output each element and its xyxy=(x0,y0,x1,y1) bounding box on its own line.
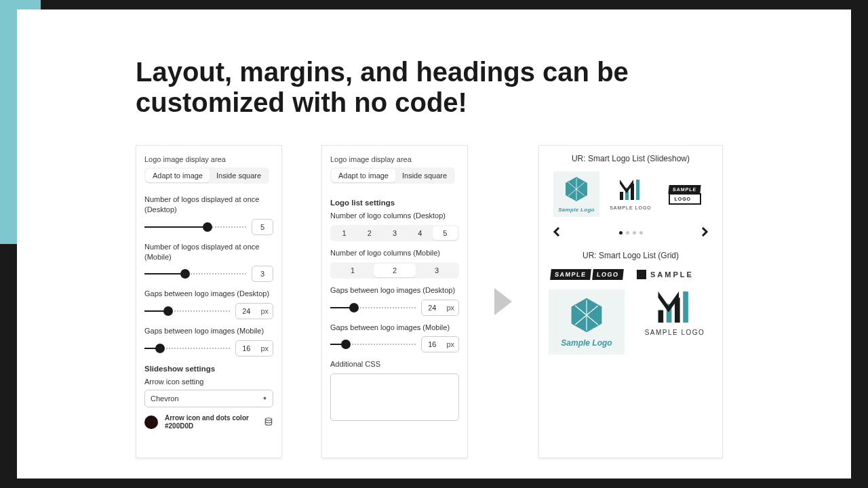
cols-mobile-seg[interactable]: 1 2 3 xyxy=(330,262,459,279)
num-desktop-input[interactable]: 5 xyxy=(252,219,273,235)
settings-panel-grid: Logo image display area Adapt to image I… xyxy=(321,145,468,458)
num-mobile-input[interactable]: 3 xyxy=(252,266,273,282)
select-chevron-icon: ▲▼ xyxy=(262,398,267,399)
additional-css-textarea[interactable] xyxy=(330,373,459,421)
settings-panel-slideshow: Logo image display area Adapt to image I… xyxy=(136,145,282,458)
svg-rect-18 xyxy=(683,291,688,323)
num-desktop-slider[interactable] xyxy=(144,222,246,232)
bars-m-logo-icon xyxy=(654,289,696,325)
color-stack-icon[interactable] xyxy=(264,417,273,428)
slideshow-logo-row: Sample Logo SAMPLE LOGO SAMPLE L xyxy=(549,171,713,217)
slideshow-settings-heading: Slideshow settings xyxy=(144,365,273,373)
num-mobile-slider[interactable] xyxy=(144,269,246,279)
grid-logo-3-text: Sample Logo xyxy=(561,338,612,348)
display-area-label: Logo image display area xyxy=(144,155,273,163)
content-card: Layout, margins, and headings can be cus… xyxy=(17,9,851,479)
panels-row: Logo image display area Adapt to image I… xyxy=(136,145,749,458)
preview-panel: UR: Smart Logo List (Slideshow) Sample L… xyxy=(538,145,723,458)
slideshow-logo-3[interactable]: SAMPLE LOGO xyxy=(662,184,708,205)
gap-mobile-slider[interactable] xyxy=(144,344,230,353)
square-icon xyxy=(637,270,646,279)
slideshow-dot-3[interactable] xyxy=(633,231,636,235)
gap-mobile-input[interactable]: 16 px xyxy=(235,340,273,357)
gap-desktop-slider[interactable] xyxy=(144,306,230,316)
grid-preview-title: UR: Smart Logo List (Grid) xyxy=(549,251,713,260)
additional-css-label: Additional CSS xyxy=(330,359,459,369)
slideshow-next-button[interactable] xyxy=(699,226,710,239)
cols-desktop-3[interactable]: 3 xyxy=(382,226,407,240)
num-mobile-label: Number of logos displayed at once (Mobil… xyxy=(144,242,273,262)
display-area-segmented-2[interactable]: Adapt to image Inside square xyxy=(330,167,455,184)
color-swatch[interactable] xyxy=(144,415,158,429)
cols-desktop-1[interactable]: 1 xyxy=(332,226,357,240)
hexagon-logo-icon xyxy=(563,176,590,203)
cols-desktop-2[interactable]: 2 xyxy=(357,226,382,240)
slideshow-logo-2[interactable]: SAMPLE LOGO xyxy=(608,178,654,210)
gap-desktop-label-2: Gaps between logo images (Desktop) xyxy=(330,285,459,296)
cols-mobile-1[interactable]: 1 xyxy=(332,264,374,277)
svg-rect-9 xyxy=(636,180,639,200)
slideshow-dot-4[interactable] xyxy=(639,231,643,235)
arrow-icon-label: Arrow icon setting xyxy=(144,377,273,387)
cols-desktop-seg[interactable]: 1 2 3 4 5 xyxy=(330,225,459,241)
arrow-icon-select[interactable]: Chevron ▲▼ xyxy=(144,390,273,407)
slideshow-logo-1[interactable]: Sample Logo xyxy=(553,171,599,217)
slideshow-preview-title: UR: Smart Logo List (Slideshow) xyxy=(549,154,713,163)
gap-desktop-slider-2[interactable] xyxy=(330,303,416,312)
num-desktop-label: Number of logos displayed at once (Deskt… xyxy=(144,195,273,215)
slideshow-prev-button[interactable] xyxy=(551,226,562,239)
gap-mobile-label: Gaps between logo images (Mobile) xyxy=(144,326,273,336)
cols-desktop-5[interactable]: 5 xyxy=(433,226,458,240)
grid-logo-4[interactable]: SAMPLE LOGO xyxy=(637,289,713,354)
slideshow-nav xyxy=(551,226,710,239)
display-area-segmented[interactable]: Adapt to image Inside square xyxy=(144,167,269,184)
sample-logo-badge-icon: SAMPLE LOGO xyxy=(669,184,701,205)
sample-logo-badge-dark-icon: SAMPLE LOGO xyxy=(551,268,623,280)
grid-logo-2[interactable]: SAMPLE xyxy=(637,268,713,280)
display-area-label-2: Logo image display area xyxy=(330,155,459,163)
gap-desktop-input[interactable]: 24 px xyxy=(235,303,273,319)
bars-m-logo-icon xyxy=(617,178,644,201)
arrow-color-row[interactable]: Arrow icon and dots color #200D0D xyxy=(144,414,273,431)
cols-mobile-3[interactable]: 3 xyxy=(416,264,458,277)
page-headline: Layout, margins, and headings can be cus… xyxy=(136,57,749,118)
slideshow-dot-1[interactable] xyxy=(619,231,623,235)
grid-logo-2-text: SAMPLE xyxy=(650,270,694,279)
svg-rect-15 xyxy=(658,310,664,323)
gap-mobile-label-2: Gaps between logo images (Mobile) xyxy=(330,323,459,333)
cols-desktop-4[interactable]: 4 xyxy=(408,226,433,240)
chevron-left-icon xyxy=(551,226,562,237)
arrow-icon-select-value: Chevron xyxy=(151,394,179,403)
gap-desktop-label: Gaps between logo images (Desktop) xyxy=(144,289,273,299)
gap-mobile-slider-2[interactable] xyxy=(330,340,416,349)
grid-logo-3[interactable]: Sample Logo xyxy=(549,289,625,354)
cols-desktop-label: Number of logo columns (Desktop) xyxy=(330,211,459,221)
seg-inside-square-2[interactable]: Inside square xyxy=(395,169,454,182)
slideshow-dots[interactable] xyxy=(619,231,643,235)
cols-mobile-label: Number of logo columns (Mobile) xyxy=(330,248,459,258)
arrow-right-icon xyxy=(494,288,513,315)
hexagon-logo-icon xyxy=(566,296,608,334)
seg-inside-square[interactable]: Inside square xyxy=(210,169,268,182)
gap-mobile-input-2[interactable]: 16 px xyxy=(421,336,459,352)
seg-adapt-to-image[interactable]: Adapt to image xyxy=(146,169,210,182)
chevron-right-icon xyxy=(699,226,710,237)
cols-mobile-2[interactable]: 2 xyxy=(374,264,416,277)
color-text: Arrow icon and dots color #200D0D xyxy=(165,414,249,431)
seg-adapt-to-image-2[interactable]: Adapt to image xyxy=(332,169,395,182)
logo-list-settings-heading: Logo list settings xyxy=(330,199,459,207)
grid-logo-grid: SAMPLE LOGO SAMPLE Sample Logo xyxy=(549,268,713,354)
svg-point-0 xyxy=(265,418,271,421)
slideshow-dot-2[interactable] xyxy=(626,231,629,235)
grid-logo-1[interactable]: SAMPLE LOGO xyxy=(549,268,625,280)
grid-logo-4-text: SAMPLE LOGO xyxy=(645,329,705,336)
svg-rect-6 xyxy=(620,192,623,200)
svg-marker-1 xyxy=(494,288,512,315)
gap-desktop-input-2[interactable]: 24 px xyxy=(421,300,459,316)
